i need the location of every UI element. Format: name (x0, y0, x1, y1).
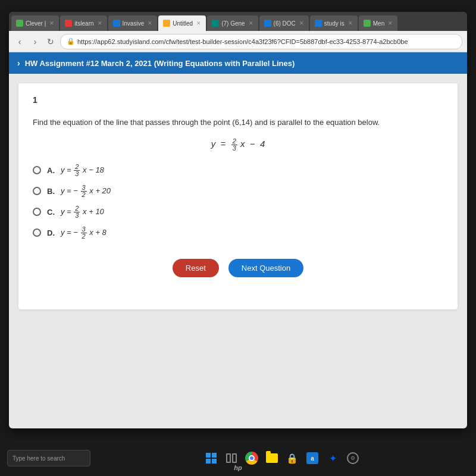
forward-button[interactable]: › (29, 36, 41, 48)
address-bar: ‹ › ↻ 🔒 https://app62.studyisland.com/cf… (9, 31, 467, 52)
dropbox-icon[interactable]: ✦ (324, 450, 341, 466)
hp-logo: hp (234, 464, 242, 471)
next-question-button[interactable]: Next Question (228, 259, 303, 277)
lock-icon: 🔒 (67, 37, 75, 45)
option-d[interactable]: D. y = − 32 x + 8 (33, 226, 443, 240)
assignment-title: HW Assignment #12 March 2, 2021 (Writing… (25, 59, 295, 68)
tab-doc[interactable]: (6) DOC ✕ (259, 15, 309, 31)
tab-study[interactable]: study is ✕ (310, 15, 358, 31)
tab-invasive[interactable]: Invasive ✕ (108, 15, 158, 31)
url-text: https://app62.studyisland.com/cfw/test/t… (77, 38, 408, 45)
chevron-icon: › (17, 58, 20, 68)
file-manager-icon[interactable] (264, 450, 280, 466)
radio-b[interactable] (33, 187, 41, 195)
answer-options: A. y = 23 x − 18 B. y = − 32 x + 20 (33, 164, 443, 240)
radio-a[interactable] (33, 166, 41, 174)
assignment-header: › HW Assignment #12 March 2, 2021 (Writi… (9, 52, 467, 74)
question-card: 1 Find the equation of the line that pas… (18, 83, 458, 309)
question-number: 1 (33, 95, 443, 105)
search-box[interactable]: Type here to search (7, 450, 90, 466)
settings-icon[interactable]: ⚙ (345, 450, 361, 466)
search-placeholder: Type here to search (12, 455, 65, 462)
fraction-2-3: 2 3 (231, 138, 237, 152)
taskbar-icons: 🔒 a ✦ ⚙ (95, 450, 469, 466)
reload-button[interactable]: ↻ (45, 36, 57, 48)
security-icon[interactable]: 🔒 (284, 450, 300, 466)
reset-button[interactable]: Reset (173, 259, 219, 277)
question-text: Find the equation of the line that passe… (33, 117, 443, 129)
url-input[interactable]: 🔒 https://app62.studyisland.com/cfw/test… (60, 34, 462, 49)
option-a[interactable]: A. y = 23 x − 18 (33, 164, 443, 177)
button-row: Reset Next Question (33, 259, 443, 277)
windows-button[interactable] (203, 450, 220, 466)
tab-gene[interactable]: (7) Gene ✕ (207, 15, 258, 31)
radio-d[interactable] (33, 228, 41, 237)
radio-c[interactable] (33, 208, 41, 216)
tab-untitled[interactable]: Untitled ✕ (158, 15, 206, 31)
tab-men[interactable]: Men ✕ (359, 15, 397, 31)
given-equation: y = 2 3 x − 4 (33, 138, 443, 152)
option-b[interactable]: B. y = − 32 x + 20 (33, 184, 443, 198)
page-content: › HW Assignment #12 March 2, 2021 (Writi… (9, 52, 467, 428)
app-label: a (311, 455, 314, 462)
tab-bar: Clever | ✕ itslearn ✕ Invasive ✕ Untitle… (9, 12, 467, 31)
tab-clever[interactable]: Clever | ✕ (11, 15, 59, 31)
app-icon-blue[interactable]: a (304, 450, 321, 466)
back-button[interactable]: ‹ (14, 36, 26, 48)
tab-itslearn[interactable]: itslearn ✕ (60, 15, 107, 31)
chrome-icon[interactable] (243, 450, 260, 466)
option-c[interactable]: C. y = 23 x + 10 (33, 205, 443, 219)
browser-window: Clever | ✕ itslearn ✕ Invasive ✕ Untitle… (9, 12, 467, 428)
